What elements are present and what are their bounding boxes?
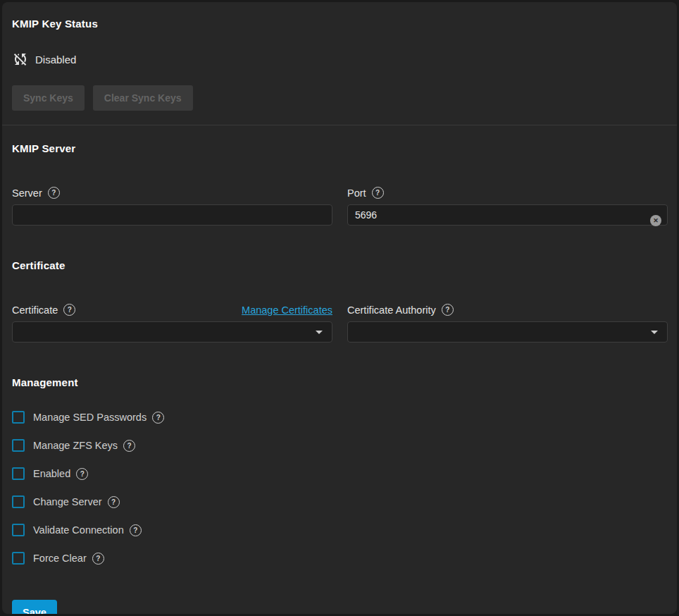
- server-label: Server: [12, 187, 42, 199]
- certificate-field: Certificate ? Manage Certificates: [12, 304, 332, 343]
- server-label-row: Server ?: [12, 187, 332, 199]
- certificate-authority-label: Certificate Authority: [347, 304, 436, 316]
- port-field: Port ? ✕: [347, 187, 668, 226]
- help-icon[interactable]: ?: [76, 468, 88, 480]
- clear-input-icon[interactable]: ✕: [650, 215, 661, 226]
- change-server-checkbox[interactable]: [12, 495, 25, 508]
- checkbox-row: Validate Connection ?: [12, 524, 668, 536]
- port-input[interactable]: [347, 204, 668, 226]
- certificate-authority-label-row: Certificate Authority ?: [347, 304, 668, 316]
- server-input[interactable]: [12, 204, 332, 226]
- enabled-checkbox[interactable]: [12, 467, 25, 480]
- section-title-kmip-key-status: KMIP Key Status: [12, 2, 668, 30]
- checkbox-label: Enabled: [33, 468, 70, 479]
- help-icon[interactable]: ?: [130, 524, 142, 536]
- certificate-authority-select[interactable]: [347, 321, 668, 343]
- clear-sync-keys-button[interactable]: Clear Sync Keys: [93, 85, 193, 111]
- checkbox-label: Manage ZFS Keys: [33, 440, 118, 451]
- certificate-fields: Certificate ? Manage Certificates Certif…: [12, 304, 668, 343]
- help-icon[interactable]: ?: [372, 187, 384, 199]
- sync-keys-button[interactable]: Sync Keys: [12, 85, 85, 111]
- port-label-row: Port ?: [347, 187, 668, 199]
- manage-sed-passwords-checkbox[interactable]: [12, 411, 25, 424]
- server-field: Server ?: [12, 187, 332, 226]
- help-icon[interactable]: ?: [108, 496, 120, 508]
- checkbox-label: Change Server: [33, 496, 102, 507]
- checkbox-label: Manage SED Passwords: [33, 412, 147, 423]
- management-options: Manage SED Passwords ? Manage ZFS Keys ?…: [12, 411, 668, 565]
- help-icon[interactable]: ?: [123, 440, 135, 452]
- force-clear-checkbox[interactable]: [12, 552, 25, 565]
- chevron-down-icon: [651, 331, 658, 334]
- checkbox-row: Manage SED Passwords ?: [12, 411, 668, 424]
- checkbox-label: Force Clear: [33, 553, 87, 564]
- validate-connection-checkbox[interactable]: [12, 524, 25, 536]
- manage-certificates-link[interactable]: Manage Certificates: [242, 304, 332, 316]
- kmip-status-row: Disabled: [12, 51, 668, 68]
- key-status-actions: Sync Keys Clear Sync Keys: [12, 85, 668, 111]
- certificate-authority-field: Certificate Authority ?: [347, 304, 668, 343]
- kmip-settings-card: KMIP Key Status Disabled Sync Keys Clear…: [2, 2, 677, 614]
- sync-disabled-icon: [12, 51, 29, 68]
- checkbox-row: Enabled ?: [12, 467, 668, 480]
- certificate-label: Certificate: [12, 304, 58, 316]
- help-icon[interactable]: ?: [92, 553, 104, 565]
- help-icon[interactable]: ?: [442, 304, 454, 316]
- manage-zfs-keys-checkbox[interactable]: [12, 439, 25, 452]
- section-title-management: Management: [12, 376, 668, 388]
- kmip-status-text: Disabled: [35, 54, 76, 66]
- checkbox-row: Force Clear ?: [12, 552, 668, 565]
- help-icon[interactable]: ?: [48, 187, 60, 199]
- help-icon[interactable]: ?: [63, 304, 75, 316]
- section-title-kmip-server: KMIP Server: [12, 142, 668, 154]
- certificate-select[interactable]: [12, 321, 332, 343]
- checkbox-label: Validate Connection: [33, 524, 124, 536]
- save-button[interactable]: Save: [12, 600, 57, 614]
- help-icon[interactable]: ?: [152, 412, 164, 424]
- chevron-down-icon: [316, 331, 323, 334]
- server-fields: Server ? Port ? ✕: [12, 187, 668, 226]
- certificate-label-row: Certificate ? Manage Certificates: [12, 304, 332, 316]
- section-divider: [2, 125, 677, 125]
- section-title-certificate: Certificate: [12, 259, 668, 271]
- port-label: Port: [347, 187, 366, 199]
- checkbox-row: Change Server ?: [12, 495, 668, 508]
- checkbox-row: Manage ZFS Keys ?: [12, 439, 668, 452]
